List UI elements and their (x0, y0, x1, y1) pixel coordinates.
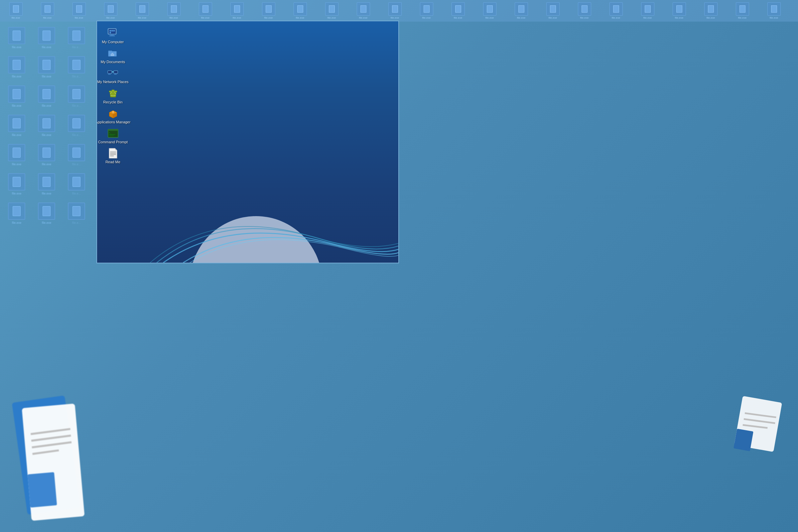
desktop-icons-container: My Computer My Documents (100, 26, 125, 166)
desktop-icon-applications-manager[interactable]: Applications Manager (100, 107, 125, 126)
top-icon: file.exe (190, 1, 221, 21)
svg-rect-8 (113, 30, 114, 32)
svg-rect-9 (109, 32, 111, 33)
applications-manager-label: Applications Manager (96, 120, 130, 125)
my-computer-icon (108, 27, 119, 39)
doc-overlay-left (0, 366, 140, 532)
read-me-icon (108, 148, 119, 159)
top-icon: file.exe (221, 1, 253, 21)
top-icon: file.exe (663, 1, 695, 21)
top-icons-bar: file.exe file.exe file.exe file.exe file… (0, 0, 798, 22)
svg-rect-21 (112, 90, 114, 91)
top-icon: file.exe (474, 1, 506, 21)
top-icon: file.exe (316, 1, 347, 21)
top-icon: file.exe (442, 1, 474, 21)
svg-rect-6 (109, 30, 111, 32)
top-icon: file.exe (63, 1, 95, 21)
desktop-icon-my-network-places[interactable]: My Network Places (100, 66, 125, 86)
doc-overlay-right (732, 382, 798, 515)
read-me-label: Read Me (106, 160, 120, 164)
top-icon: file.exe (126, 1, 158, 21)
my-network-places-label: My Network Places (97, 80, 128, 84)
desktop-icon-read-me[interactable]: Read Me (100, 146, 125, 166)
my-network-places-icon (108, 68, 119, 79)
svg-rect-13 (108, 74, 111, 75)
svg-rect-7 (111, 30, 113, 32)
recycle-bin-icon (108, 88, 119, 99)
desktop-icon-my-computer[interactable]: My Computer (100, 26, 125, 45)
my-documents-label: My Documents (101, 60, 125, 64)
applications-manager-icon (108, 108, 119, 119)
top-icon: file.exe (95, 1, 126, 21)
desktop-icon-my-documents[interactable]: My Documents (100, 46, 125, 65)
svg-rect-46 (734, 429, 754, 451)
recycle-bin-label: Recycle Bin (103, 100, 122, 104)
top-icon: file.exe (537, 1, 569, 21)
top-icon: file.exe (758, 1, 790, 21)
top-icon: file.exe (158, 1, 190, 21)
command-prompt-label: Command Prompt (98, 140, 128, 144)
top-icon: file.exe (600, 1, 632, 21)
svg-rect-15 (114, 71, 117, 74)
svg-rect-12 (108, 74, 110, 74)
svg-rect-16 (114, 74, 116, 74)
svg-rect-17 (114, 74, 117, 75)
my-computer-label: My Computer (102, 40, 124, 44)
top-icon: file.exe (0, 1, 32, 21)
my-documents-icon (108, 48, 119, 59)
desktop-curves-svg (97, 190, 398, 263)
svg-rect-4 (109, 36, 115, 36)
command-prompt-icon: >_ (108, 128, 119, 139)
desktop-window: My Computer My Documents (96, 21, 399, 263)
svg-rect-3 (110, 34, 113, 36)
top-icon: file.exe (379, 1, 411, 21)
top-icon: file.exe (253, 1, 284, 21)
top-icon: file.exe (284, 1, 316, 21)
top-icon: file.exe (347, 1, 379, 21)
svg-point-19 (112, 72, 113, 73)
desktop-icon-recycle-bin[interactable]: Recycle Bin (100, 87, 125, 106)
top-icon: file.exe (506, 1, 537, 21)
top-icon: file.exe (695, 1, 726, 21)
top-icon: file.exe (726, 1, 758, 21)
svg-rect-41 (27, 472, 57, 508)
top-icon: file.exe (632, 1, 663, 21)
svg-rect-11 (108, 71, 111, 74)
desktop-icon-command-prompt[interactable]: >_ Command Prompt (100, 126, 125, 146)
top-icon: file.exe (569, 1, 600, 21)
bg-icons-grid: file.exe file.exe file.e... file.exe fil… (0, 22, 96, 228)
svg-text:>_: >_ (109, 132, 111, 134)
top-icon: file.exe (32, 1, 63, 21)
svg-rect-27 (108, 130, 118, 131)
top-icon: file.exe (411, 1, 442, 21)
